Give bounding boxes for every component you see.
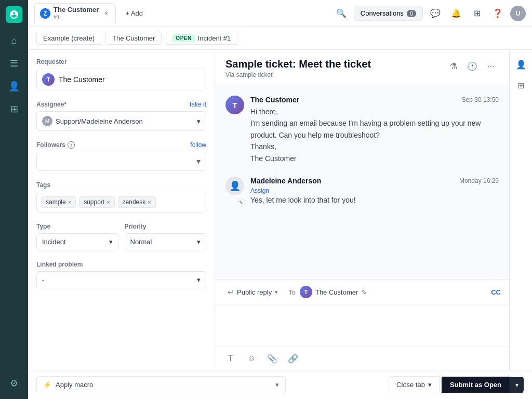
tag-sample[interactable]: sample × (41, 196, 76, 208)
edit-recipient-icon[interactable]: ✎ (361, 288, 367, 296)
bottom-bar: ⚡ Apply macro ▾ Close tab ▾ Submit as Op… (28, 370, 532, 399)
assignee-section: Assignee* take it M Support/Madeleine An… (36, 101, 206, 131)
followers-field[interactable]: ▾ (36, 152, 206, 171)
active-tab[interactable]: Z The Customer #1 × (34, 3, 116, 24)
macro-chevron-icon: ▾ (275, 381, 279, 389)
submit-dropdown-button[interactable]: ▾ (510, 377, 524, 393)
emoji-button[interactable]: ☺ (244, 351, 259, 366)
tag-sample-close[interactable]: × (68, 199, 71, 205)
notifications-button[interactable]: 🔔 (448, 5, 464, 22)
assign-link[interactable]: Assign (250, 187, 499, 194)
add-tab-button[interactable]: + Add (120, 7, 148, 19)
ticket-title: Sample ticket: Meet the ticket (225, 58, 371, 70)
sidebar-item-settings[interactable]: ⚙ (5, 374, 23, 393)
filter-icon[interactable]: ⚗ (446, 58, 461, 74)
cc-button[interactable]: CC (491, 288, 501, 296)
requester-section: Requester T The Customer (36, 58, 206, 90)
reply-type-button[interactable]: ↩ Public reply ▾ (223, 286, 282, 298)
message-1: T The Customer Sep 30 13:50 Hi there, I'… (225, 96, 499, 164)
breadcrumb-customer[interactable]: The Customer (105, 32, 162, 45)
assignee-field[interactable]: M Support/Madeleine Anderson ▾ (36, 111, 206, 131)
attachment-button[interactable]: 📎 (265, 351, 280, 366)
priority-label: Priority (125, 223, 207, 230)
breadcrumb: Example (create) The Customer OPEN Incid… (28, 27, 532, 50)
link-button[interactable]: 🔗 (286, 351, 300, 366)
linked-problem-label: Linked problem (36, 261, 206, 268)
tags-section: Tags sample × support × zendesk × (36, 181, 206, 212)
tag-sample-label: sample (46, 198, 66, 206)
close-tab-label: Close tab (396, 381, 425, 389)
followers-section: Followers i follow ▾ (36, 141, 206, 171)
linked-problem-field[interactable]: - ▾ (36, 271, 206, 288)
assignee-value: Support/Madeleine Anderson (56, 117, 143, 125)
tag-support[interactable]: support × (79, 196, 114, 208)
message-1-time: Sep 30 13:50 (462, 96, 499, 103)
tags-field[interactable]: sample × support × zendesk × (36, 192, 206, 212)
reply-area: ↩ Public reply ▾ To T The Customer ✎ CC (215, 279, 509, 370)
app-logo[interactable] (6, 6, 22, 23)
type-field[interactable]: Incident ▾ (36, 233, 118, 250)
tab-logo-icon: Z (40, 8, 50, 19)
requester-label: Requester (36, 58, 206, 65)
close-tab-chevron-icon: ▾ (428, 381, 432, 389)
reply-toolbar: ↩ Public reply ▾ To T The Customer ✎ CC (215, 280, 509, 305)
type-value: Incident (42, 238, 66, 246)
reply-input[interactable] (215, 305, 509, 347)
conversations-label: Conversations (361, 9, 404, 17)
bottom-right: Close tab ▾ Submit as Open ▾ (389, 376, 524, 393)
message-1-content: The Customer Sep 30 13:50 Hi there, I'm … (250, 96, 499, 164)
sidebar-item-views[interactable]: ☰ (5, 54, 23, 73)
linked-problem-value: - (42, 276, 44, 284)
ticket-header: Sample ticket: Meet the ticket Via sampl… (215, 50, 509, 85)
conversations-button[interactable]: Conversations 0 (354, 6, 423, 21)
conversations-badge: 0 (407, 10, 416, 17)
submit-button-group: Submit as Open ▾ (442, 376, 524, 393)
apps-button[interactable]: ⊞ (469, 5, 485, 22)
user-profile-icon[interactable]: 👤 (513, 56, 529, 73)
user-avatar[interactable]: U (510, 6, 526, 21)
add-tab-label: + Add (125, 9, 143, 17)
open-badge: OPEN (172, 34, 194, 42)
middle-panel: Sample ticket: Meet the ticket Via sampl… (215, 50, 509, 370)
breadcrumb-incident[interactable]: OPEN Incident #1 (166, 32, 237, 45)
assignee-inner: M Support/Madeleine Anderson (42, 116, 143, 126)
macro-lightning-icon: ⚡ (43, 381, 51, 389)
left-panel: Requester T The Customer Assignee* take … (28, 50, 215, 370)
tag-zendesk[interactable]: zendesk × (118, 196, 156, 208)
take-it-link[interactable]: take it (190, 101, 206, 108)
messages-area: T The Customer Sep 30 13:50 Hi there, I'… (215, 85, 509, 279)
reply-arrow-icon: ↩ (228, 288, 234, 296)
breadcrumb-example[interactable]: Example (create) (36, 32, 101, 45)
macro-label: Apply macro (56, 381, 93, 389)
type-section: Type Incident ▾ (36, 223, 118, 250)
reply-to-row: To T The Customer ✎ (288, 286, 367, 298)
sidebar-item-home[interactable]: ⌂ (5, 31, 23, 50)
search-button[interactable]: 🔍 (333, 5, 350, 22)
reply-to-label: To (288, 288, 296, 296)
requester-field[interactable]: T The Customer (36, 69, 206, 90)
more-options-icon[interactable]: ⋯ (483, 58, 499, 74)
tag-support-close[interactable]: × (107, 199, 110, 205)
breadcrumb-customer-label: The Customer (112, 34, 155, 42)
sidebar-item-reports[interactable]: ⊞ (5, 100, 23, 118)
priority-field[interactable]: Normal ▾ (125, 233, 207, 250)
ticket-actions: ⚗ 🕐 ⋯ (446, 58, 499, 74)
message-1-sender: The Customer (250, 96, 299, 104)
follow-link[interactable]: follow (190, 141, 206, 149)
linked-problem-section: Linked problem - ▾ (36, 261, 206, 288)
sidebar-item-customers[interactable]: 👤 (5, 77, 23, 96)
apply-macro-button[interactable]: ⚡ Apply macro ▾ (36, 376, 286, 393)
chat-button[interactable]: 💬 (427, 5, 444, 22)
tab-close-button[interactable]: × (102, 9, 110, 18)
text-format-button[interactable]: T (223, 351, 238, 366)
submit-main-button[interactable]: Submit as Open (442, 377, 510, 393)
history-icon[interactable]: 🕐 (464, 58, 480, 74)
tag-zendesk-close[interactable]: × (148, 199, 151, 205)
requester-avatar: T (42, 73, 55, 86)
apps-panel-icon[interactable]: ⊞ (513, 77, 529, 94)
ticket-title-group: Sample ticket: Meet the ticket Via sampl… (225, 58, 371, 78)
close-tab-button[interactable]: Close tab ▾ (389, 376, 440, 393)
main-area: Z The Customer #1 × + Add 🔍 Conversation… (28, 0, 532, 399)
reply-type-label: Public reply (237, 288, 272, 296)
help-button[interactable]: ❓ (489, 5, 506, 22)
